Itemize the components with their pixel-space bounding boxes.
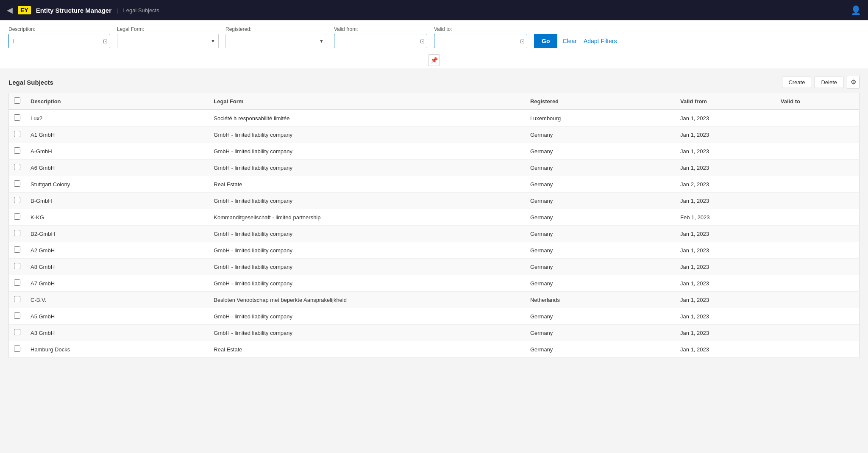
description-label: Description:: [8, 26, 110, 32]
row-description: A-GmbH: [25, 143, 209, 160]
row-checkbox[interactable]: [14, 114, 20, 121]
table-row[interactable]: K-KG Kommanditgesellschaft - limited par…: [9, 209, 859, 226]
row-checkbox-cell[interactable]: [9, 292, 25, 308]
row-checkbox-cell[interactable]: [9, 325, 25, 341]
row-valid-from: Jan 1, 2023: [675, 193, 776, 209]
valid-from-filter-field: Valid from: ⊡: [334, 26, 427, 48]
row-description: A8 GmbH: [25, 259, 209, 275]
row-description: A6 GmbH: [25, 160, 209, 176]
row-registered: Germany: [525, 325, 675, 341]
adapt-filters-button[interactable]: Adapt Filters: [582, 34, 619, 48]
row-checkbox[interactable]: [14, 312, 20, 319]
row-checkbox[interactable]: [14, 263, 20, 269]
row-checkbox[interactable]: [14, 345, 20, 352]
row-checkbox-cell[interactable]: [9, 209, 25, 226]
valid-to-input[interactable]: [434, 34, 527, 48]
row-valid-from: Jan 1, 2023: [675, 341, 776, 358]
row-checkbox-cell[interactable]: [9, 193, 25, 209]
settings-button[interactable]: ⚙: [847, 76, 860, 88]
row-checkbox-cell[interactable]: [9, 176, 25, 193]
row-valid-from: Jan 2, 2023: [675, 176, 776, 193]
row-description: Stuttgart Colony: [25, 176, 209, 193]
row-checkbox[interactable]: [14, 180, 20, 187]
valid-from-input[interactable]: [334, 34, 427, 48]
row-checkbox-cell[interactable]: [9, 110, 25, 127]
table-row[interactable]: A6 GmbH GmbH - limited liability company…: [9, 160, 859, 176]
row-legal-form: Real Estate: [209, 341, 525, 358]
description-input[interactable]: [8, 34, 110, 48]
row-checkbox[interactable]: [14, 329, 20, 335]
row-checkbox[interactable]: [14, 279, 20, 286]
create-button[interactable]: Create: [782, 77, 811, 88]
delete-button[interactable]: Delete: [815, 77, 843, 88]
row-description: C-B.V.: [25, 292, 209, 308]
row-checkbox[interactable]: [14, 296, 20, 302]
row-checkbox-cell[interactable]: [9, 226, 25, 242]
valid-from-label: Valid from:: [334, 26, 427, 32]
row-legal-form: GmbH - limited liability company: [209, 193, 525, 209]
table-row[interactable]: Lux2 Société à responsabilité limitée Lu…: [9, 110, 859, 127]
top-navigation: ◀ EY Entity Structure Manager | Legal Su…: [0, 0, 868, 20]
row-checkbox[interactable]: [14, 131, 20, 137]
row-checkbox-cell[interactable]: [9, 127, 25, 143]
table-row[interactable]: C-B.V. Besloten Venootschap met beperkte…: [9, 292, 859, 308]
table-row[interactable]: Stuttgart Colony Real Estate Germany Jan…: [9, 176, 859, 193]
description-clear-icon[interactable]: ⊡: [103, 38, 108, 44]
table-row[interactable]: B2-GmbH GmbH - limited liability company…: [9, 226, 859, 242]
row-valid-to: [776, 325, 859, 341]
table-row[interactable]: B-GmbH GmbH - limited liability company …: [9, 193, 859, 209]
row-checkbox-cell[interactable]: [9, 275, 25, 292]
row-description: A3 GmbH: [25, 325, 209, 341]
table-row[interactable]: A7 GmbH GmbH - limited liability company…: [9, 275, 859, 292]
row-valid-from: Jan 1, 2023: [675, 110, 776, 127]
row-checkbox[interactable]: [14, 246, 20, 253]
legal-form-select[interactable]: [117, 34, 219, 48]
valid-to-filter-field: Valid to: ⊡: [434, 26, 527, 48]
row-checkbox[interactable]: [14, 213, 20, 220]
row-registered: Germany: [525, 226, 675, 242]
row-valid-from: Jan 1, 2023: [675, 259, 776, 275]
table-row[interactable]: A5 GmbH GmbH - limited liability company…: [9, 308, 859, 325]
select-all-header[interactable]: [9, 93, 25, 110]
row-registered: Luxembourg: [525, 110, 675, 127]
row-legal-form: GmbH - limited liability company: [209, 160, 525, 176]
row-checkbox-cell[interactable]: [9, 308, 25, 325]
row-valid-from: Jan 1, 2023: [675, 308, 776, 325]
registered-select[interactable]: [225, 34, 327, 48]
go-button[interactable]: Go: [534, 34, 557, 48]
table-row[interactable]: Hamburg Docks Real Estate Germany Jan 1,…: [9, 341, 859, 358]
row-checkbox[interactable]: [14, 197, 20, 203]
row-checkbox[interactable]: [14, 147, 20, 154]
valid-to-column-header: Valid to: [776, 93, 859, 110]
row-valid-from: Jan 1, 2023: [675, 226, 776, 242]
row-registered: Germany: [525, 341, 675, 358]
table-row[interactable]: A-GmbH GmbH - limited liability company …: [9, 143, 859, 160]
row-checkbox-cell[interactable]: [9, 242, 25, 259]
row-legal-form: GmbH - limited liability company: [209, 143, 525, 160]
row-valid-from: Jan 1, 2023: [675, 292, 776, 308]
back-button[interactable]: ◀: [7, 6, 13, 15]
filter-pin-button[interactable]: 📌: [428, 54, 440, 66]
table-row[interactable]: A1 GmbH GmbH - limited liability company…: [9, 127, 859, 143]
row-checkbox-cell[interactable]: [9, 143, 25, 160]
clear-button[interactable]: Clear: [561, 34, 578, 48]
row-checkbox-cell[interactable]: [9, 259, 25, 275]
row-legal-form: Real Estate: [209, 176, 525, 193]
table-header: Description Legal Form Registered Valid …: [9, 93, 859, 110]
row-checkbox[interactable]: [14, 164, 20, 170]
table-row[interactable]: A8 GmbH GmbH - limited liability company…: [9, 259, 859, 275]
valid-from-clear-icon[interactable]: ⊡: [420, 38, 425, 44]
user-icon[interactable]: 👤: [851, 6, 861, 15]
table-row[interactable]: A2 GmbH GmbH - limited liability company…: [9, 242, 859, 259]
row-legal-form: GmbH - limited liability company: [209, 308, 525, 325]
select-all-checkbox[interactable]: [14, 97, 20, 104]
valid-from-column-header: Valid from: [675, 93, 776, 110]
table-row[interactable]: A3 GmbH GmbH - limited liability company…: [9, 325, 859, 341]
valid-to-clear-icon[interactable]: ⊡: [520, 38, 525, 44]
row-valid-to: [776, 292, 859, 308]
row-valid-to: [776, 209, 859, 226]
row-checkbox[interactable]: [14, 230, 20, 236]
row-valid-to: [776, 176, 859, 193]
row-checkbox-cell[interactable]: [9, 160, 25, 176]
row-checkbox-cell[interactable]: [9, 341, 25, 358]
